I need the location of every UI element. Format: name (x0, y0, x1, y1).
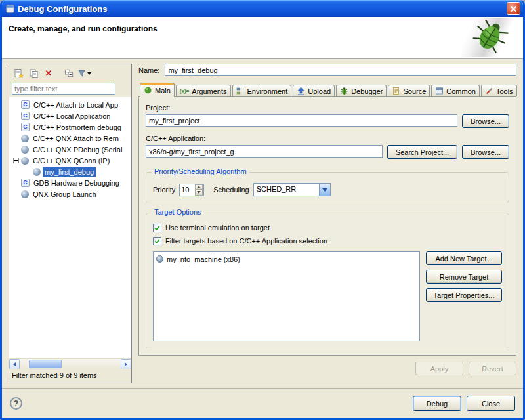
priority-input[interactable] (180, 184, 195, 196)
environment-tab-icon (236, 87, 245, 95)
project-input[interactable] (146, 114, 457, 127)
application-label: C/C++ Application: (146, 135, 509, 142)
target-selection-row: my_nto_machine (x86) Add New Target... R… (153, 251, 502, 341)
filter-area (9, 82, 131, 97)
delete-icon: ✕ (45, 69, 52, 77)
spinner-down-button[interactable] (195, 190, 203, 196)
target-list-item[interactable]: my_nto_machine (x86) (155, 253, 418, 264)
search-project-button[interactable]: Search Project... (387, 145, 457, 159)
tab-upload[interactable]: Upload (293, 85, 335, 96)
tab-main[interactable]: Main (140, 83, 175, 97)
tab-source[interactable]: Source (388, 85, 430, 96)
remove-target-button[interactable]: Remove Target (426, 270, 502, 284)
tree-item-gdb-hardware[interactable]: GDB Hardware Debugging (9, 177, 131, 188)
duplicate-configuration-button[interactable] (26, 66, 41, 80)
header-banner: Create, manage, and run configurations (2, 17, 523, 59)
window-icon (6, 5, 14, 13)
combo-dropdown-button[interactable] (319, 184, 330, 196)
dialog-body: ✕ C/C++ Attach to Local App (2, 59, 523, 388)
target-buttons: Add New Target... Remove Target Target P… (426, 251, 502, 341)
spinner-up-button[interactable] (195, 184, 203, 190)
filter-targets-row: Filter targets based on C/C++ Applicatio… (153, 234, 502, 247)
configurations-tree: C/C++ Attach to Local App C/C++ Local Ap… (9, 97, 131, 358)
help-button[interactable] (10, 397, 22, 410)
project-label: Project: (146, 104, 509, 112)
filter-input[interactable] (12, 83, 116, 94)
tab-arguments[interactable]: Arguments (176, 85, 231, 96)
debugger-tab-icon (340, 87, 348, 95)
scrollbar-thumb[interactable] (29, 360, 62, 368)
application-input[interactable] (146, 145, 383, 158)
tree-item-postmortem[interactable]: C/C++ Postmortem debugg (9, 121, 131, 133)
window-title: Debug Configurations (18, 4, 503, 14)
tab-tools[interactable]: Tools (481, 85, 517, 96)
titlebar[interactable]: Debug Configurations (2, 0, 523, 17)
tree-item-qnx-attach-remote[interactable]: C/C++ QNX Attach to Rem (9, 133, 131, 144)
scroll-left-icon (13, 362, 16, 366)
target-group-title: Target Options (152, 208, 204, 216)
c-config-icon (21, 112, 30, 120)
qnx-config-icon (21, 135, 29, 142)
target-list[interactable]: my_nto_machine (x86) (153, 251, 420, 341)
qnx-config-icon (21, 157, 29, 165)
target-machine-icon (156, 255, 163, 262)
filter-targets-label: Filter targets based on C/C++ Applicatio… (165, 237, 327, 245)
filter-launch-configurations-button[interactable] (77, 66, 91, 80)
application-row: Search Project... Browse... (146, 145, 509, 159)
apply-button: Apply (415, 362, 463, 375)
close-dialog-button[interactable]: Close (467, 396, 515, 411)
tree-item-local-application[interactable]: C/C++ Local Application (9, 110, 131, 121)
configuration-editor: Name: Main Arguments (138, 64, 516, 383)
project-row: Browse... (146, 114, 509, 128)
tab-bar: Main Arguments Environment Upload (138, 82, 516, 96)
tab-common[interactable]: Common (431, 85, 480, 96)
filter-status-text: Filter matched 9 of 9 items (9, 369, 131, 383)
name-input[interactable] (165, 64, 516, 76)
close-button[interactable] (507, 2, 520, 15)
tree-item-qnx-pdebug[interactable]: C/C++ QNX PDebug (Serial (9, 144, 131, 155)
revert-button: Revert (469, 362, 516, 375)
tab-debugger[interactable]: Debugger (336, 85, 387, 96)
scroll-right-button[interactable] (121, 359, 131, 369)
banner-title: Create, manage, and run configurations (2, 17, 523, 33)
collapse-all-button[interactable] (62, 66, 76, 80)
debug-configurations-dialog: Debug Configurations Create, manage, and… (0, 0, 525, 420)
tree-item-attach-local[interactable]: C/C++ Attach to Local App (9, 99, 131, 110)
new-configuration-button[interactable] (11, 66, 26, 80)
horizontal-scrollbar[interactable] (9, 358, 131, 369)
name-label: Name: (138, 66, 159, 74)
tree-item-qnx-qconn[interactable]: C/C++ QNX QConn (IP) (9, 155, 131, 166)
chevron-down-icon (322, 188, 327, 192)
application-browse-button[interactable]: Browse... (462, 145, 509, 159)
c-config-icon (21, 178, 30, 187)
scroll-right-icon (125, 362, 127, 366)
scroll-left-button[interactable] (9, 359, 20, 369)
qnx-config-icon (21, 146, 29, 154)
debug-button[interactable]: Debug (413, 396, 461, 411)
apply-revert-row: Apply Revert (138, 362, 516, 375)
terminal-emulation-row: Use terminal emulation on target (153, 221, 502, 234)
priority-spinner (179, 184, 204, 196)
scheduling-label: Scheduling (213, 186, 249, 194)
qnx-config-icon (33, 168, 41, 176)
tree-item-my-first-debug[interactable]: my_first_debug (9, 166, 131, 177)
dialog-footer: Debug Close (2, 388, 523, 418)
qnx-config-icon (21, 190, 29, 198)
filter-targets-checkbox[interactable] (153, 237, 161, 245)
upload-tab-icon (297, 87, 305, 95)
beetle-icon (471, 20, 509, 55)
target-properties-button[interactable]: Target Properties... (426, 288, 502, 302)
add-new-target-button[interactable]: Add New Target... (426, 251, 502, 265)
source-tab-icon (392, 87, 400, 95)
delete-configuration-button[interactable]: ✕ (41, 66, 56, 80)
configurations-toolbar: ✕ (9, 64, 131, 82)
project-browse-button[interactable]: Browse... (462, 114, 509, 128)
tree-item-qnx-group-launch[interactable]: QNX Group Launch (9, 188, 131, 200)
terminal-emulation-label: Use terminal emulation on target (165, 224, 270, 232)
target-options-group: Target Options Use terminal emulation on… (146, 213, 509, 348)
priority-label: Priority (153, 186, 175, 194)
collapse-expander-icon[interactable] (13, 158, 19, 163)
terminal-emulation-checkbox[interactable] (153, 224, 161, 232)
scheduling-combo[interactable]: SCHED_RR (253, 183, 331, 196)
tab-environment[interactable]: Environment (232, 85, 292, 96)
